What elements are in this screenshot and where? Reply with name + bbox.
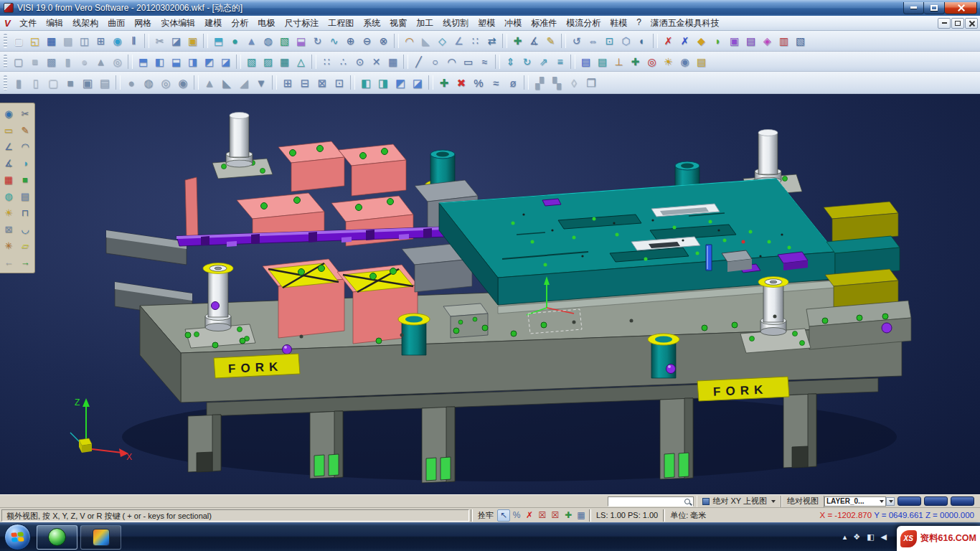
open-file-icon[interactable]: ◱ — [27, 33, 43, 49]
help-book-icon[interactable]: ▧ — [792, 33, 809, 49]
shade-icon[interactable]: ◑ — [17, 156, 33, 171]
copy-icon[interactable]: ◪ — [168, 33, 184, 49]
top-view-icon[interactable]: ⬓ — [168, 54, 184, 70]
wave-icon[interactable]: ≈ — [487, 75, 504, 90]
toolbar-grip[interactable] — [4, 55, 7, 68]
quick-view-button-1[interactable] — [897, 496, 921, 506]
box-wire-icon[interactable]: ▢ — [10, 54, 27, 70]
menu-item[interactable]: 加工 — [412, 16, 438, 31]
compass-icon[interactable]: ∠ — [1, 139, 17, 154]
pin-round-icon[interactable]: ● — [123, 75, 140, 90]
box-shaded-icon[interactable]: ▩ — [43, 54, 60, 70]
remove-filter-icon[interactable]: ✗ — [523, 509, 536, 522]
draft-angle-icon[interactable]: ∠ — [451, 33, 467, 49]
show-hidden-icons-button[interactable]: ▴ — [843, 532, 847, 542]
annotation-icon[interactable]: ✎ — [542, 33, 559, 49]
revolve-icon[interactable]: ↻ — [309, 33, 326, 49]
sphere-icon[interactable]: ● — [76, 54, 93, 70]
ruler-icon[interactable]: ▭ — [1, 123, 17, 138]
mdi-minimize-button[interactable] — [938, 18, 951, 29]
forward-icon[interactable]: → — [17, 255, 33, 270]
move-icon[interactable]: ⇕ — [502, 54, 519, 70]
lozenge-icon[interactable]: ◊ — [565, 75, 583, 90]
red-book-icon[interactable]: ▥ — [776, 33, 792, 49]
lamp-icon[interactable]: ☀ — [1, 205, 17, 220]
zoom-icon[interactable]: ◉ — [1, 106, 17, 121]
rotate-icon[interactable]: ↻ — [519, 54, 535, 70]
maximize-button[interactable] — [924, 2, 945, 14]
paste-icon[interactable]: ▣ — [184, 33, 201, 49]
extrude-icon[interactable]: ⬓ — [293, 33, 309, 49]
new-file-icon[interactable]: ▢ — [10, 33, 27, 49]
action-center-icon[interactable]: ❖ — [853, 532, 860, 542]
surface-trim-icon[interactable]: △ — [293, 54, 309, 70]
menu-item[interactable]: 建模 — [200, 16, 227, 31]
surface-net-icon[interactable]: ▦ — [276, 54, 293, 70]
cylinder-icon[interactable]: ▮ — [60, 54, 76, 70]
zoom-tool-icon[interactable]: ◉ — [109, 33, 126, 49]
add-snap-icon[interactable]: ✚ — [562, 509, 575, 522]
menu-item[interactable]: 尺寸标注 — [280, 16, 324, 31]
cone-icon[interactable]: ▲ — [93, 54, 109, 70]
view-pan-icon[interactable]: ⇔ — [585, 33, 601, 49]
cylinder-cyan-icon[interactable]: ◍ — [1, 189, 17, 204]
solid-cone-icon[interactable]: ▲ — [243, 33, 260, 49]
star-icon[interactable]: ✳ — [1, 238, 17, 253]
layer-blue-icon[interactable]: ▤ — [578, 54, 594, 70]
surface-loft-icon[interactable]: ▨ — [260, 54, 276, 70]
wcs-icon[interactable]: ⊥ — [611, 54, 627, 70]
hatch-up-icon[interactable]: ▞ — [531, 75, 548, 90]
menu-item[interactable]: 工程图 — [324, 16, 359, 31]
menu-item[interactable]: ? — [632, 16, 646, 31]
half-right-icon[interactable]: ◨ — [374, 75, 392, 90]
layer-combo[interactable]: LAYER_0... — [824, 496, 886, 507]
wedge-right-icon[interactable]: ◢ — [235, 75, 253, 90]
filter-checkbox2-icon[interactable]: ☒ — [549, 509, 562, 522]
box-solid-icon[interactable]: ■ — [27, 54, 43, 70]
menu-item[interactable]: 网格 — [130, 16, 156, 31]
scale-icon[interactable]: ⇗ — [535, 54, 552, 70]
snap-end-icon[interactable]: ∷ — [319, 54, 335, 70]
plate-blank-icon[interactable]: ▢ — [44, 75, 62, 90]
plus-green-icon[interactable]: ✚ — [435, 75, 453, 90]
menu-item[interactable]: 文件 — [15, 16, 42, 31]
menu-item[interactable]: 编辑 — [42, 16, 68, 31]
cone-down-icon[interactable]: ▼ — [253, 75, 270, 90]
target-icon[interactable]: ◎ — [644, 54, 660, 70]
menu-item[interactable]: 标准件 — [527, 16, 562, 31]
snap-center-icon[interactable]: ⊙ — [352, 54, 368, 70]
boolean-subtract-icon[interactable]: ⊖ — [359, 33, 375, 49]
view-mode-button[interactable]: 绝对视图 — [781, 496, 824, 507]
shell-icon[interactable]: ◇ — [434, 33, 451, 49]
print-preview-icon[interactable]: ◫ — [76, 33, 93, 49]
taskbar-app-cad-file[interactable] — [80, 525, 121, 550]
dome-analysis-icon[interactable]: ◗ — [710, 33, 726, 49]
plate-solid-icon[interactable]: ■ — [62, 75, 79, 90]
bush-icon[interactable]: ◍ — [140, 75, 157, 90]
cut-icon[interactable]: ✂ — [151, 33, 168, 49]
percent-icon[interactable]: % — [470, 75, 487, 90]
back-view-icon[interactable]: ◪ — [217, 54, 234, 70]
menu-item[interactable]: 潇洒五金模具科技 — [646, 16, 724, 31]
line-tool-icon[interactable]: ╱ — [410, 54, 427, 70]
toolbar-grip[interactable] — [4, 34, 7, 48]
menu-item[interactable]: 实体编辑 — [156, 16, 200, 31]
layer-options-button[interactable] — [886, 497, 895, 506]
view-rotate-icon[interactable]: ↺ — [568, 33, 585, 49]
gold-part-icon[interactable]: ◆ — [693, 33, 710, 49]
sheet-icon[interactable]: ▱ — [17, 238, 33, 253]
pattern-icon[interactable]: ∷ — [467, 33, 484, 49]
render-mode-icon[interactable]: ◐ — [634, 33, 651, 49]
layer-teal-icon[interactable]: ▤ — [594, 54, 611, 70]
quick-view-button-3[interactable] — [951, 496, 974, 506]
snap-grid-icon[interactable]: ▦ — [385, 54, 401, 70]
scissors-icon[interactable]: ✂ — [17, 106, 33, 121]
delete-blue-icon[interactable]: ✗ — [677, 33, 693, 49]
diameter-icon[interactable]: ø — [504, 75, 522, 90]
menu-item[interactable]: 线切割 — [438, 16, 473, 31]
arc-tool-icon[interactable]: ◠ — [443, 54, 460, 70]
mirror-icon[interactable]: ⇄ — [484, 33, 500, 49]
sweep-icon[interactable]: ∿ — [326, 33, 342, 49]
wedge-left-icon[interactable]: ◣ — [218, 75, 235, 90]
snap-intersect-icon[interactable]: ✕ — [368, 54, 385, 70]
